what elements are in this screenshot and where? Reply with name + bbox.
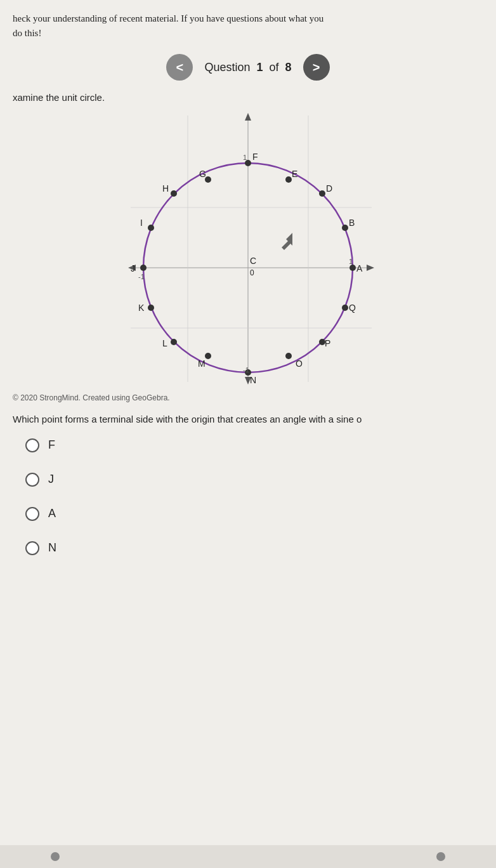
scroll-dot-right[interactable]: [436, 852, 445, 861]
nav-bar: < Question 1 of 8 >: [0, 45, 496, 92]
svg-point-20: [319, 190, 325, 197]
question-text: Which point forms a terminal side with t…: [0, 409, 496, 438]
scroll-dot-left[interactable]: [51, 852, 60, 861]
option-F-label: F: [48, 438, 55, 452]
diagram-container: C 0 F 1 E G D H B I A J -1 K: [0, 109, 496, 391]
svg-point-37: [171, 339, 177, 345]
unit-circle-diagram: C 0 F 1 E G D H B I A J -1 K: [112, 109, 384, 388]
question-total: 8: [285, 61, 292, 74]
bottom-bar: [0, 845, 496, 868]
prev-button[interactable]: <: [166, 54, 193, 81]
option-A[interactable]: A: [25, 507, 471, 521]
intro-line2: do this!: [13, 28, 41, 38]
svg-text:1: 1: [243, 154, 247, 161]
svg-marker-49: [282, 233, 292, 250]
svg-text:B: B: [349, 218, 355, 228]
radio-J[interactable]: [25, 473, 39, 487]
option-J-label: J: [48, 473, 54, 486]
svg-point-28: [349, 265, 356, 271]
radio-A[interactable]: [25, 507, 39, 521]
next-button[interactable]: >: [303, 54, 330, 81]
svg-text:C: C: [250, 256, 256, 266]
svg-text:L: L: [162, 338, 167, 348]
svg-point-16: [285, 176, 292, 183]
question-number: 1: [256, 61, 263, 74]
svg-text:K: K: [138, 303, 145, 313]
options-list: F J A N: [0, 438, 496, 555]
option-F[interactable]: F: [25, 438, 471, 452]
radio-F[interactable]: [25, 438, 39, 452]
svg-text:N: N: [250, 375, 256, 385]
svg-text:A: A: [356, 263, 363, 273]
option-N[interactable]: N: [25, 541, 471, 555]
examine-text: xamine the unit circle.: [0, 92, 496, 109]
svg-point-30: [140, 265, 147, 271]
svg-text:P: P: [325, 338, 330, 348]
svg-text:O: O: [296, 358, 303, 369]
svg-text:G: G: [199, 169, 206, 179]
svg-text:I: I: [140, 218, 143, 228]
svg-text:Q: Q: [349, 303, 356, 313]
top-text-container: heck your understanding of recent materi…: [0, 0, 496, 45]
svg-point-41: [205, 353, 211, 359]
svg-text:E: E: [292, 169, 297, 179]
svg-text:-1: -1: [138, 273, 145, 280]
option-A-label: A: [48, 507, 56, 520]
svg-text:1: 1: [349, 258, 353, 265]
next-icon: >: [313, 60, 320, 75]
svg-text:F: F: [252, 152, 258, 162]
svg-text:D: D: [326, 183, 332, 194]
svg-marker-8: [367, 265, 374, 271]
copyright-text: © 2020 StrongMind. Created using GeoGebr…: [0, 391, 496, 409]
svg-marker-6: [245, 113, 251, 121]
svg-point-26: [148, 225, 154, 231]
svg-point-33: [148, 305, 154, 311]
svg-point-22: [171, 190, 177, 197]
svg-text:J: J: [131, 263, 135, 273]
question-label: Question 1 of 8: [204, 61, 291, 74]
svg-text:0: 0: [250, 268, 254, 277]
option-N-label: N: [48, 541, 56, 555]
svg-text:M: M: [198, 358, 206, 369]
radio-N[interactable]: [25, 541, 39, 555]
intro-line1: heck your understanding of recent materi…: [13, 13, 323, 23]
svg-point-35: [342, 305, 348, 311]
svg-point-24: [342, 225, 348, 231]
option-J[interactable]: J: [25, 473, 471, 487]
svg-text:H: H: [162, 183, 169, 194]
prev-icon: <: [176, 60, 184, 75]
svg-point-43: [285, 353, 292, 359]
svg-text:-1: -1: [243, 366, 249, 374]
